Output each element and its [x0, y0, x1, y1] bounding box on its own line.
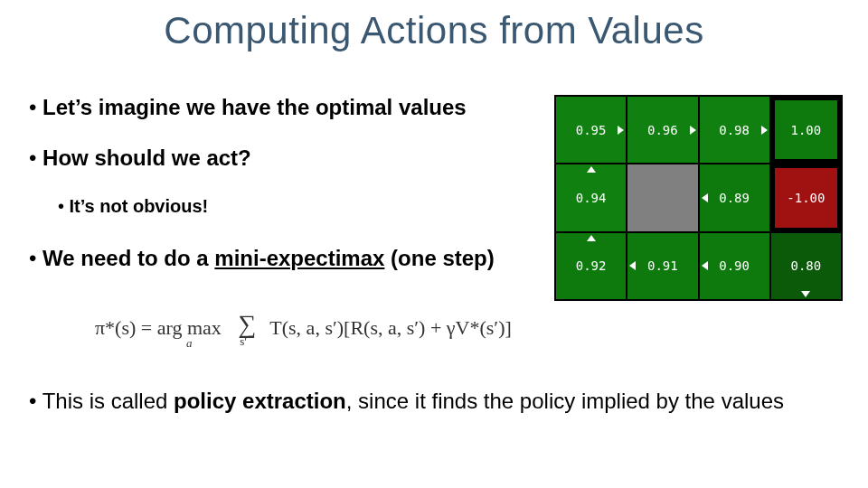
bullet-text: This is called	[42, 389, 174, 413]
cell-value: -1.00	[787, 191, 825, 205]
cell-value: 0.80	[791, 258, 822, 273]
arrow-right-icon	[618, 126, 624, 135]
arrow-left-icon	[702, 193, 708, 202]
grid-cell: 0.95	[556, 97, 626, 163]
grid-cell: 0.90	[700, 233, 769, 299]
gridworld-table: 0.950.960.981.000.940.89-1.000.920.910.9…	[556, 97, 841, 299]
grid-cell	[627, 164, 697, 230]
cell-value: 0.96	[647, 123, 678, 137]
argmax: arg max a	[157, 316, 222, 340]
slide: Computing Actions from Values Let’s imag…	[0, 0, 868, 488]
arrow-up-icon	[587, 235, 596, 241]
bullet-policy-extraction: This is called policy extraction, since …	[29, 389, 839, 414]
bullet-text: We need to do a	[42, 246, 214, 270]
grid-cell: 0.98	[700, 97, 769, 163]
gridworld-figure: 0.950.960.981.000.940.89-1.000.920.910.9…	[554, 95, 843, 301]
cell-value: 0.94	[576, 191, 607, 205]
cell-value: 0.91	[647, 258, 678, 273]
sum-sub: s′	[240, 334, 247, 348]
formula-body: T(s, a, s′)[R(s, a, s′) + γV*(s′)]	[269, 316, 512, 339]
policy-extraction-term: policy extraction	[174, 389, 346, 413]
cell-value: 0.89	[719, 191, 750, 205]
cell-value: 0.90	[719, 258, 750, 273]
grid-cell: 0.94	[556, 164, 626, 230]
arrow-up-icon	[587, 166, 596, 173]
arrow-right-icon	[761, 126, 768, 135]
mini-expectimax-term: mini-expectimax	[214, 246, 384, 270]
grid-cell: -1.00	[771, 164, 841, 230]
bullet-text: (one step)	[384, 246, 494, 270]
arrow-down-icon	[801, 291, 810, 297]
grid-cell: 0.92	[556, 233, 626, 299]
arrow-left-icon	[702, 261, 708, 270]
grid-cell: 0.91	[627, 233, 697, 299]
argmax-sub: a	[186, 336, 193, 351]
arrow-left-icon	[629, 261, 636, 270]
cell-value: 1.00	[791, 123, 822, 137]
arrow-right-icon	[690, 126, 696, 135]
cell-value: 0.95	[576, 123, 607, 137]
grid-cell: 0.89	[700, 164, 769, 230]
slide-title: Computing Actions from Values	[0, 9, 868, 52]
bullet-text: , since it finds the policy implied by t…	[346, 389, 784, 413]
cell-value: 0.92	[576, 258, 607, 273]
formula-lhs: π*(s) =	[95, 316, 157, 339]
grid-cell: 1.00	[771, 97, 841, 163]
cell-value: 0.98	[719, 123, 750, 137]
grid-cell: 0.80	[771, 233, 841, 299]
grid-cell: 0.96	[627, 97, 697, 163]
policy-formula: π*(s) = arg max a ∑s′ T(s, a, s′)[R(s, a…	[95, 312, 512, 341]
